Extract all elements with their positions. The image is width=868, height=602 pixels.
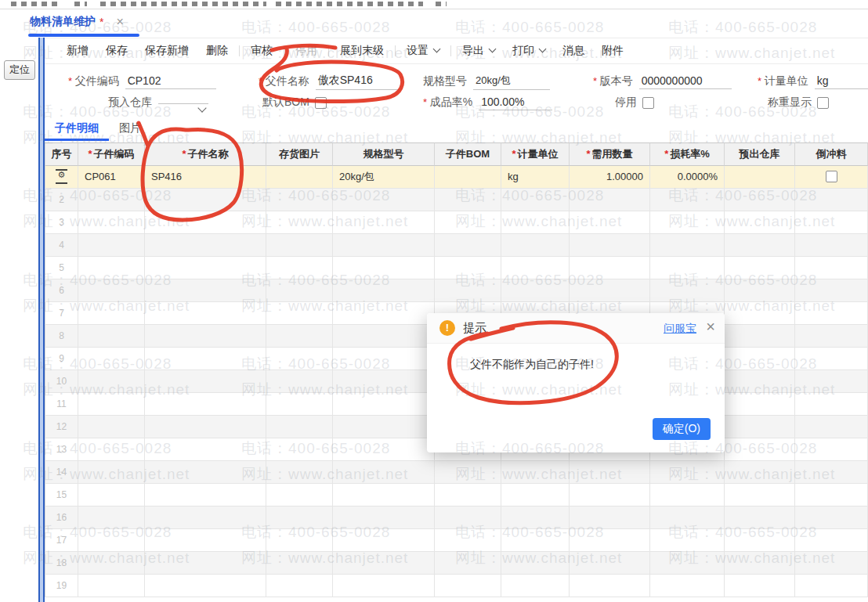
cell-backflush [795, 279, 868, 302]
chevron-down-icon [539, 45, 547, 53]
cell-child-name [145, 529, 266, 552]
cell-warehouse-out [725, 302, 795, 325]
cell-spec [333, 302, 435, 325]
table-row-empty[interactable]: 2 [45, 189, 868, 211]
cell-child-name [145, 234, 266, 257]
toolbar-button-save[interactable]: 保存 [106, 44, 128, 58]
cell-stock-image [266, 189, 333, 211]
disable-flag-checkbox[interactable] [642, 97, 654, 109]
panel-splitter-handle[interactable] [38, 38, 45, 602]
document-tab-bar: 物料清单维护 * × [0, 9, 868, 38]
cell-backflush [795, 325, 868, 348]
toolbar-button-add[interactable]: 新增 [67, 44, 89, 58]
cell-stock-image [266, 506, 333, 529]
cell-loss-rate [650, 234, 725, 257]
toolbar-button-disable[interactable]: 停用 [295, 44, 317, 58]
toolbar-button-label: 停用 [295, 44, 317, 58]
tab-bom-maintenance[interactable]: 物料清单维护 * × [30, 15, 124, 29]
chevron-down-icon [489, 45, 497, 53]
cell-backflush [795, 189, 868, 211]
row-locator-gear-icon[interactable]: ⚙ [56, 169, 67, 184]
clipped-text-fragment [436, 2, 447, 6]
column-header-seq: 序号 [45, 142, 78, 166]
cell-child-name [145, 393, 266, 416]
default-bom-checkbox[interactable] [315, 97, 327, 109]
parent-name-label: 父件名称 [259, 74, 309, 88]
column-header-label: 子件BOM [446, 148, 490, 160]
required-asterisk: * [664, 148, 668, 160]
cell-warehouse-out [725, 234, 795, 257]
dialog-close-icon[interactable]: × [706, 318, 715, 336]
cell-stock-image [266, 552, 333, 575]
table-row-empty[interactable]: 19 [45, 575, 868, 597]
cell-unit [501, 506, 570, 529]
toolbar-button-label: 设置 [407, 44, 429, 58]
table-row-empty[interactable]: 4 [45, 234, 868, 257]
spec-input[interactable]: 20kg/包 [473, 74, 550, 90]
toolbar-button-audit[interactable]: 审核 [251, 44, 273, 58]
toolbar-button-delete[interactable]: 删除 [206, 44, 228, 58]
cell-backflush [795, 438, 868, 461]
warning-dialog: ! 提示 问服宝 × 父件不能作为自己的子件! 确定(O) [427, 313, 725, 452]
table-row-empty[interactable]: 3 [45, 211, 868, 234]
cell-loss-rate [650, 529, 725, 552]
toolbar-button-export[interactable]: 导出 [462, 44, 495, 58]
cell-backflush [795, 552, 868, 575]
yield-rate-input[interactable]: 100.00% [479, 96, 552, 110]
toolbar-button-settings[interactable]: 设置 [407, 44, 439, 58]
toolbar-button-expand-to-bottom[interactable]: 展到末级 [340, 44, 384, 58]
column-header-label: 子件编码 [94, 148, 135, 160]
required-asterisk: * [88, 148, 92, 160]
cell-spec [333, 189, 435, 211]
backflush-checkbox[interactable] [826, 171, 837, 182]
ok-button[interactable]: 确定(O) [653, 418, 711, 440]
table-row-selected[interactable]: ⚙CP061SP41620kg/包kg1.000000.0000% [45, 166, 868, 189]
toolbar-button-attachment[interactable]: 附件 [602, 44, 624, 58]
left-dock-panel: 定位 [0, 38, 38, 602]
cell-seq: 3 [45, 211, 78, 234]
cell-child-bom [435, 211, 501, 234]
parent-name-input[interactable]: 傲农SP416 [316, 74, 399, 90]
dialog-title: 提示 [463, 321, 486, 336]
table-row-empty[interactable]: 17 [45, 529, 868, 552]
warehouse-in-select[interactable] [158, 102, 208, 104]
table-row-empty[interactable]: 5 [45, 257, 868, 279]
unit-input[interactable]: kg [815, 74, 868, 89]
cell-qty: 1.00000 [570, 166, 650, 189]
table-row-empty[interactable]: 14 [45, 461, 868, 484]
tab-close-icon[interactable]: × [116, 16, 123, 27]
toolbar-button-print[interactable]: 打印 [512, 44, 545, 58]
tab-picture[interactable]: 图片 [109, 117, 151, 139]
cell-child-name [145, 211, 266, 234]
table-row-empty[interactable]: 16 [45, 506, 868, 529]
table-row-empty[interactable]: 6 [45, 279, 868, 302]
cell-stock-image [266, 279, 333, 302]
column-header-warehouse-out: 预出仓库 [725, 142, 795, 166]
help-link[interactable]: 问服宝 [664, 322, 696, 336]
cell-child-name [145, 257, 266, 279]
cell-spec [333, 257, 435, 279]
weigh-display-label: 称重显示 [768, 96, 812, 110]
locate-button[interactable]: 定位 [4, 60, 35, 80]
cell-seq: 17 [45, 529, 78, 552]
column-header-stock-image: 存货图片 [266, 142, 333, 166]
tab-child-detail[interactable]: 子件明细 [45, 117, 109, 141]
toolbar-button-label: 导出 [462, 44, 484, 58]
cell-stock-image [266, 529, 333, 552]
toolbar-button-save-new[interactable]: 保存新增 [145, 44, 189, 58]
cell-child-bom [435, 484, 501, 506]
table-row-empty[interactable]: 18 [45, 552, 868, 575]
clipped-text-fragment [11, 2, 60, 6]
cell-backflush [795, 302, 868, 325]
cell-backflush [795, 211, 868, 234]
cell-spec [333, 348, 435, 370]
cell-unit [501, 189, 570, 211]
weigh-display-checkbox[interactable] [817, 97, 829, 109]
cell-unit [501, 279, 570, 302]
version-input[interactable]: 0000000000 [639, 74, 732, 89]
table-row-empty[interactable]: 15 [45, 484, 868, 506]
parent-code-input[interactable]: CP102 [125, 74, 216, 89]
bom-maintenance-window: 物料清单维护 * × 定位 新增保存保存新增删除审核停用展到末级设置导出打印消息… [0, 0, 868, 602]
column-header-qty: *需用数量 [570, 142, 650, 166]
toolbar-button-message[interactable]: 消息 [562, 44, 584, 58]
